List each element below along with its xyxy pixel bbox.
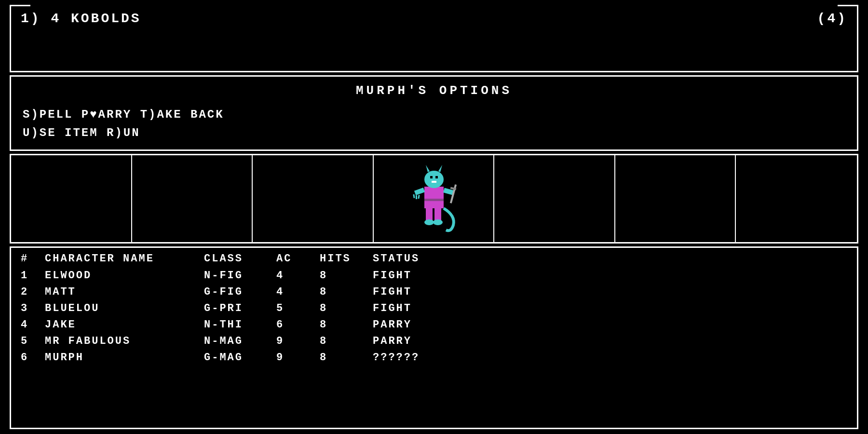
party-row-ac: 4 <box>276 268 315 284</box>
character-sprite <box>403 163 465 235</box>
enemy-title: 1) 4 KOBOLDS (4) <box>21 11 847 26</box>
header-num: # <box>21 253 40 265</box>
party-row-num: 5 <box>21 333 40 350</box>
svg-point-12 <box>433 219 443 225</box>
party-row-class: G-PRI <box>204 300 271 317</box>
svg-rect-5 <box>414 188 425 195</box>
party-row-hits: 8 <box>320 284 368 300</box>
party-row-status: FIGHT <box>373 268 450 284</box>
party-header: # CHARACTER NAME CLASS AC HITS STATUS <box>21 253 847 265</box>
party-row[interactable]: 4JAKEN-THI68PARRY <box>21 317 847 333</box>
svg-rect-3 <box>435 176 438 178</box>
party-row[interactable]: 6MURPHG-MAG98?????? <box>21 350 847 366</box>
options-line1[interactable]: S)PELL P♥ARRY T)AKE BACK <box>23 106 845 124</box>
party-row-status: FIGHT <box>373 300 450 317</box>
svg-rect-14 <box>416 195 417 199</box>
svg-rect-9 <box>426 207 433 221</box>
party-row-hits: 8 <box>320 300 368 317</box>
svg-rect-13 <box>413 194 415 198</box>
svg-marker-18 <box>438 165 442 172</box>
svg-rect-0 <box>424 187 444 208</box>
party-row-status: PARRY <box>373 333 450 350</box>
party-row-ac: 9 <box>276 350 315 366</box>
options-title: MURPH'S OPTIONS <box>23 83 845 98</box>
svg-rect-2 <box>430 176 433 178</box>
party-row-hits: 8 <box>320 350 368 366</box>
enemy-panel: 1) 4 KOBOLDS (4) <box>10 5 858 72</box>
party-row-class: N-FIG <box>204 268 271 284</box>
header-ac: AC <box>276 253 315 265</box>
party-row-class: G-MAG <box>204 350 271 366</box>
party-row-name: BLUELOU <box>45 300 199 317</box>
options-menu: S)PELL P♥ARRY T)AKE BACK U)SE ITEM R)UN <box>23 106 845 143</box>
combat-area <box>10 154 858 244</box>
svg-point-11 <box>424 219 434 225</box>
party-row-class: G-FIG <box>204 284 271 300</box>
header-hits: HITS <box>320 253 368 265</box>
party-row-class: N-MAG <box>204 333 271 350</box>
header-class: CLASS <box>204 253 271 265</box>
party-row-name: ELWOOD <box>45 268 199 284</box>
party-row-num: 1 <box>21 268 40 284</box>
party-row-name: MURPH <box>45 350 199 366</box>
party-panel: # CHARACTER NAME CLASS AC HITS STATUS 1E… <box>10 246 858 429</box>
party-row-ac: 5 <box>276 300 315 317</box>
party-row[interactable]: 2MATTG-FIG48FIGHT <box>21 284 847 300</box>
party-row-hits: 8 <box>320 317 368 333</box>
party-row-ac: 4 <box>276 284 315 300</box>
party-row[interactable]: 1ELWOODN-FIG48FIGHT <box>21 268 847 284</box>
svg-marker-17 <box>426 165 430 172</box>
party-row-status: PARRY <box>373 317 450 333</box>
options-panel: MURPH'S OPTIONS S)PELL P♥ARRY T)AKE BACK… <box>10 75 858 151</box>
party-row-hits: 8 <box>320 333 368 350</box>
party-row-ac: 9 <box>276 333 315 350</box>
party-row[interactable]: 3BLUELOUG-PRI58FIGHT <box>21 300 847 317</box>
party-row-name: JAKE <box>45 317 199 333</box>
game-screen: 1) 4 KOBOLDS (4) MURPH'S OPTIONS S)PELL … <box>0 0 868 434</box>
header-status: STATUS <box>373 253 450 265</box>
svg-rect-10 <box>434 207 441 221</box>
party-row-class: N-THI <box>204 317 271 333</box>
party-row-status: FIGHT <box>373 284 450 300</box>
party-row[interactable]: 5MR FABULOUSN-MAG98PARRY <box>21 333 847 350</box>
party-rows-container: 1ELWOODN-FIG48FIGHT2MATTG-FIG48FIGHT3BLU… <box>21 268 847 366</box>
party-row-status: ?????? <box>373 350 450 366</box>
header-name: CHARACTER NAME <box>45 253 199 265</box>
party-row-num: 2 <box>21 284 40 300</box>
enemy-count: (4) <box>817 11 847 26</box>
enemy-name: 1) 4 KOBOLDS <box>21 11 141 26</box>
party-row-hits: 8 <box>320 268 368 284</box>
party-row-num: 6 <box>21 350 40 366</box>
party-row-name: MR FABULOUS <box>45 333 199 350</box>
party-row-name: MATT <box>45 284 199 300</box>
party-row-num: 3 <box>21 300 40 317</box>
svg-rect-16 <box>424 199 444 201</box>
party-row-num: 4 <box>21 317 40 333</box>
sprite-container <box>11 155 857 242</box>
svg-point-1 <box>424 171 444 188</box>
svg-rect-4 <box>432 181 436 183</box>
options-line2[interactable]: U)SE ITEM R)UN <box>23 124 845 142</box>
party-row-ac: 6 <box>276 317 315 333</box>
svg-rect-15 <box>418 195 420 199</box>
